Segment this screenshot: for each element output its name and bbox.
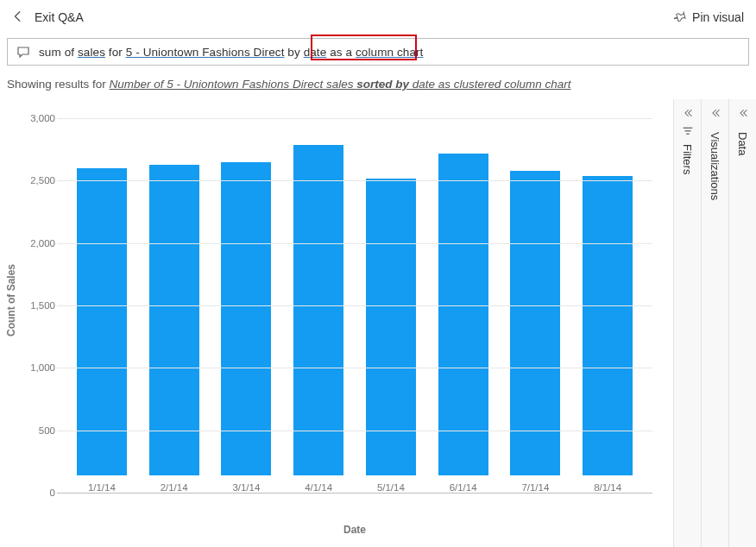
- bar[interactable]: [293, 145, 343, 475]
- svg-rect-0: [683, 128, 692, 129]
- x-tick: 2/1/14: [161, 482, 188, 493]
- y-tick: 500: [26, 425, 55, 436]
- query-token-date: date: [304, 46, 327, 59]
- query-row: sum of sales for 5 - Uniontown Fashions …: [0, 35, 756, 71]
- x-tick: 3/1/14: [232, 482, 260, 493]
- qna-input[interactable]: sum of sales for 5 - Uniontown Fashions …: [7, 38, 749, 66]
- y-tick: 0: [26, 487, 55, 498]
- chart-area: Count of Sales 1/1/142/1/143/1/144/1/145…: [0, 99, 673, 547]
- pin-visual-button[interactable]: Pin visual: [674, 9, 744, 25]
- visualizations-panel-collapsed[interactable]: Visualizations: [701, 99, 728, 547]
- gridline: [57, 180, 652, 181]
- x-tick: 8/1/14: [594, 482, 621, 493]
- bar[interactable]: [221, 162, 271, 475]
- results-link[interactable]: Number of 5 - Uniontown Fashions Direct …: [110, 78, 571, 91]
- x-axis-label: Date: [57, 524, 652, 536]
- query-token-sales: sales: [78, 46, 105, 59]
- x-tick: 5/1/14: [377, 482, 405, 493]
- chevron-collapse-icon: [710, 108, 721, 121]
- x-axis-line: [57, 493, 652, 494]
- data-panel-collapsed[interactable]: Data: [728, 99, 756, 547]
- data-label: Data: [736, 132, 749, 155]
- bar-slot: 7/1/14: [500, 171, 572, 493]
- svg-rect-1: [684, 130, 690, 131]
- gridline: [57, 431, 652, 431]
- bar-slot: 8/1/14: [571, 176, 644, 493]
- x-tick: 1/1/14: [88, 482, 116, 493]
- query-text-part: for: [105, 46, 126, 59]
- header-bar: Exit Q&A Pin visual: [0, 0, 756, 35]
- query-text: sum of sales for 5 - Uniontown Fashions …: [39, 46, 740, 59]
- pin-label: Pin visual: [692, 10, 744, 24]
- chevron-left-icon: [12, 10, 24, 25]
- gridline: [57, 243, 652, 244]
- gridline: [57, 305, 652, 306]
- filter-icon: [682, 125, 694, 140]
- x-tick: 6/1/14: [450, 482, 477, 493]
- gridline: [57, 368, 652, 368]
- query-text-part: sum of: [39, 46, 78, 59]
- column-chart: Count of Sales 1/1/142/1/143/1/144/1/145…: [7, 108, 663, 539]
- exit-qna-button[interactable]: Exit Q&A: [12, 10, 84, 25]
- query-text-part: as a: [326, 46, 356, 59]
- main-area: Count of Sales 1/1/142/1/143/1/144/1/145…: [0, 99, 756, 547]
- results-description: Showing results for Number of 5 - Uniont…: [0, 71, 756, 99]
- pin-icon: [674, 9, 687, 25]
- svg-rect-2: [686, 134, 690, 135]
- bar[interactable]: [77, 168, 127, 475]
- filters-panel-collapsed[interactable]: Filters: [673, 99, 701, 547]
- gridline: [57, 118, 652, 119]
- bar-slot: 4/1/14: [282, 145, 355, 493]
- chevron-collapse-icon: [738, 108, 748, 121]
- query-token-chart: column chart: [356, 46, 423, 59]
- results-prefix: Showing results for: [7, 78, 110, 91]
- bar-slot: 3/1/14: [211, 162, 283, 493]
- bar-slot: 5/1/14: [355, 179, 427, 493]
- y-axis-label: Count of Sales: [3, 108, 19, 493]
- query-text-part: by: [284, 46, 303, 59]
- y-tick: 2,500: [26, 175, 55, 185]
- plot-area: 1/1/142/1/143/1/144/1/145/1/146/1/147/1/…: [57, 118, 652, 493]
- visualizations-label: Visualizations: [709, 132, 721, 200]
- bar[interactable]: [149, 165, 199, 475]
- bar-slot: 6/1/14: [427, 154, 500, 493]
- y-tick: 2,000: [26, 238, 55, 248]
- x-tick: 4/1/14: [305, 482, 332, 493]
- speech-bubble-icon: [16, 45, 30, 59]
- side-panels: Filters Visualizations Data: [673, 99, 756, 547]
- y-tick: 3,000: [26, 113, 55, 123]
- query-token-store: 5 - Uniontown Fashions Direct: [126, 46, 285, 59]
- exit-label: Exit Q&A: [35, 10, 84, 24]
- y-tick: 1,500: [26, 300, 55, 311]
- bar-slot: 1/1/14: [66, 168, 138, 493]
- bar-slot: 2/1/14: [138, 165, 211, 493]
- y-tick: 1,000: [26, 362, 55, 373]
- chevron-collapse-icon: [683, 108, 693, 121]
- filters-label: Filters: [681, 144, 694, 174]
- bar[interactable]: [438, 154, 488, 475]
- x-tick: 7/1/14: [521, 482, 549, 493]
